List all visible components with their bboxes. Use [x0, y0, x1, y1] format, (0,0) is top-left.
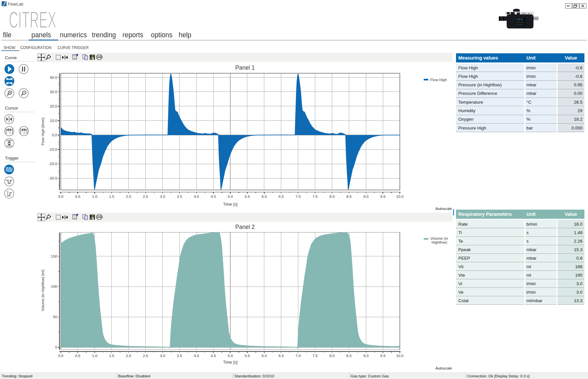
svg-text:4.0: 4.0: [194, 354, 199, 358]
svg-text:5.5: 5.5: [245, 354, 250, 358]
svg-text:150: 150: [51, 254, 57, 258]
svg-text:0.5: 0.5: [75, 354, 80, 358]
svg-text:2.5: 2.5: [143, 354, 148, 358]
svg-text:50: 50: [53, 315, 57, 319]
svg-text:7.0: 7.0: [296, 354, 301, 358]
svg-text:Panel 2: Panel 2: [235, 224, 254, 230]
svg-text:100: 100: [51, 284, 57, 288]
svg-text:6.5: 6.5: [279, 354, 284, 358]
svg-text:9.5: 9.5: [380, 354, 385, 358]
svg-text:3.5: 3.5: [177, 354, 182, 358]
svg-text:0: 0: [55, 345, 57, 349]
svg-text:1.0: 1.0: [92, 354, 97, 358]
svg-text:2.0: 2.0: [126, 354, 131, 358]
svg-text:9.0: 9.0: [363, 354, 368, 358]
svg-text:Volume (in Highflow) [ml]: Volume (in Highflow) [ml]: [41, 269, 45, 311]
svg-text:10.0: 10.0: [396, 354, 403, 358]
svg-text:7.5: 7.5: [313, 354, 318, 358]
svg-text:5.0: 5.0: [228, 354, 233, 358]
svg-text:1.5: 1.5: [109, 354, 114, 358]
svg-text:Time [s]: Time [s]: [223, 360, 237, 365]
svg-text:3.0: 3.0: [160, 354, 165, 358]
svg-text:8.5: 8.5: [346, 354, 351, 358]
svg-text:8.0: 8.0: [329, 354, 335, 358]
svg-text:6.0: 6.0: [262, 354, 267, 358]
svg-text:0.0: 0.0: [58, 354, 63, 358]
svg-text:4.5: 4.5: [211, 354, 216, 358]
